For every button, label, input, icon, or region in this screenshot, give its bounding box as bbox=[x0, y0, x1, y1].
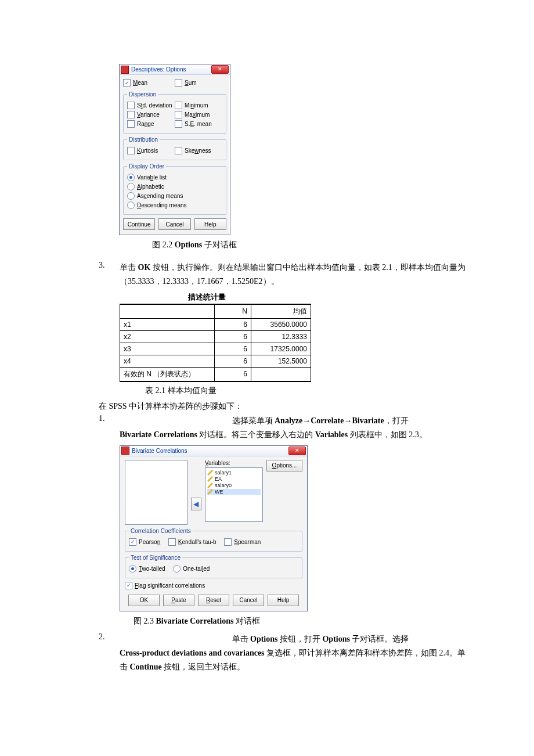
reset-button[interactable]: Reset bbox=[198, 595, 229, 606]
range-checkbox[interactable] bbox=[127, 120, 135, 128]
table-header-name bbox=[120, 304, 215, 319]
dispersion-group: Dispersion Std. deviation Variance Range… bbox=[123, 91, 226, 134]
table-row: x46152.5000 bbox=[120, 355, 311, 367]
paste-button[interactable]: Paste bbox=[163, 595, 194, 606]
kendall-checkbox[interactable] bbox=[168, 538, 176, 546]
ruler-icon bbox=[207, 489, 213, 495]
kendall-label: Kendall's tau-b bbox=[178, 539, 217, 545]
table-title: 描述统计量 bbox=[120, 292, 294, 303]
spearman-label: Spearman bbox=[234, 539, 261, 545]
min-label: Minimum bbox=[185, 102, 208, 109]
desc-radio[interactable] bbox=[127, 201, 135, 209]
figure-2-3-caption: 图 2.3 Bivariate Correlations 对话框 bbox=[134, 616, 467, 627]
one-tailed-radio[interactable] bbox=[173, 565, 181, 573]
list-item[interactable]: salary1 bbox=[207, 470, 261, 476]
table-row: 有效的 N （列表状态）6 bbox=[120, 367, 311, 381]
variance-checkbox[interactable] bbox=[127, 111, 135, 118]
move-left-button[interactable]: ◀ bbox=[191, 498, 201, 510]
two-tailed-label: Two-tailed bbox=[139, 566, 165, 572]
correlation-coefficients-group: Correlation Coefficients Pearson Kendall… bbox=[125, 528, 302, 552]
kurtosis-checkbox[interactable] bbox=[127, 147, 135, 154]
two-tailed-radio[interactable] bbox=[129, 565, 136, 573]
distribution-legend: Distribution bbox=[127, 136, 160, 143]
app-icon bbox=[121, 66, 129, 74]
alpha-label: Alphabetic bbox=[137, 183, 164, 190]
table-2-1-caption: 表 2.1 样本均值向量 bbox=[145, 386, 467, 396]
continue-button[interactable]: Continue bbox=[123, 218, 155, 230]
cancel-button[interactable]: Cancel bbox=[158, 218, 190, 230]
dialog2-titlebar: Bivariate Correlations ✕ bbox=[120, 446, 307, 456]
max-label: Maximum bbox=[185, 111, 210, 118]
sum-checkbox[interactable] bbox=[175, 79, 182, 87]
max-checkbox[interactable] bbox=[175, 111, 182, 118]
help-button[interactable]: Help bbox=[194, 218, 226, 230]
variables-label: Variables: bbox=[205, 460, 263, 466]
paragraph: 在 SPSS 中计算样本协差阵的步骤如下： bbox=[99, 399, 467, 413]
flag-checkbox[interactable] bbox=[125, 582, 132, 589]
list-item-label: WE bbox=[215, 489, 223, 495]
figure-2-2-caption: 图 2.2 Options 子对话框 bbox=[119, 240, 270, 250]
display-order-group: Display Order Variable list Alphabetic A… bbox=[123, 163, 226, 215]
varlist-radio[interactable] bbox=[127, 174, 135, 181]
close-icon[interactable]: ✕ bbox=[288, 447, 306, 455]
std-checkbox[interactable] bbox=[127, 102, 135, 109]
dispersion-legend: Dispersion bbox=[127, 91, 158, 98]
sum-label: Sum bbox=[185, 80, 197, 86]
pearson-checkbox[interactable] bbox=[129, 538, 136, 546]
ruler-icon bbox=[207, 483, 213, 488]
min-checkbox[interactable] bbox=[175, 102, 182, 109]
skewness-label: Skewness bbox=[185, 147, 211, 154]
table-header-n: N bbox=[215, 304, 251, 319]
range-label: Range bbox=[137, 121, 154, 127]
dialog-titlebar: Descriptives: Options ✕ bbox=[120, 64, 230, 75]
varlist-label: Variable list bbox=[137, 174, 167, 181]
list-item-label: EA bbox=[215, 476, 222, 482]
kurtosis-label: Kurtosis bbox=[137, 147, 158, 154]
asc-label: Ascending means bbox=[137, 193, 183, 199]
asc-radio[interactable] bbox=[127, 192, 135, 200]
step-b2: 2. 单击 Options 按钮，打开 Options 子对话框。选择 Cros… bbox=[99, 632, 467, 674]
spearman-checkbox[interactable] bbox=[224, 538, 232, 546]
ok-button[interactable]: OK bbox=[128, 595, 160, 606]
cc-legend: Correlation Coefficients bbox=[129, 528, 193, 534]
help-button[interactable]: Help bbox=[268, 595, 299, 606]
app-icon bbox=[121, 447, 129, 455]
variance-label: Variance bbox=[137, 111, 160, 118]
table-header-mean: 均值 bbox=[251, 304, 311, 319]
close-icon[interactable]: ✕ bbox=[211, 65, 229, 74]
table-row: x2612.3333 bbox=[120, 330, 311, 343]
one-tailed-label: One-tailed bbox=[183, 566, 210, 572]
pearson-label: Pearson bbox=[139, 539, 160, 545]
source-list[interactable] bbox=[125, 460, 187, 525]
options-button[interactable]: Options... bbox=[266, 460, 302, 471]
tos-legend: Test of Significance bbox=[129, 555, 182, 561]
display-legend: Display Order bbox=[127, 163, 166, 170]
test-of-significance-group: Test of Significance Two-tailed One-tail… bbox=[125, 555, 302, 578]
list-item-label: salary1 bbox=[215, 470, 232, 476]
mean-label: Mean bbox=[133, 80, 147, 86]
step-3: 3. 单击 OK 按钮，执行操作。则在结果输出窗口中给出样本均值向量，如表 2.… bbox=[99, 261, 467, 289]
table-row: x3617325.0000 bbox=[120, 343, 311, 355]
se-checkbox[interactable] bbox=[175, 120, 182, 128]
step-b1: 1. 选择菜单项 Analyze→Correlate→Bivariate，打开 … bbox=[99, 414, 467, 442]
descriptive-stats-table: N 均值 x1635650.0000x2612.3333x3617325.000… bbox=[120, 304, 311, 382]
alpha-radio[interactable] bbox=[127, 183, 135, 190]
std-label: Std. deviation bbox=[137, 102, 172, 109]
table-row: x1635650.0000 bbox=[120, 318, 311, 330]
ruler-icon bbox=[207, 476, 213, 482]
flag-label: Flag significant correlations bbox=[135, 582, 205, 589]
distribution-group: Distribution Kurtosis Skewness bbox=[123, 136, 226, 160]
variables-list[interactable]: salary1EAsalary0WE bbox=[205, 467, 263, 522]
dialog2-title: Bivariate Correlations bbox=[132, 448, 187, 454]
list-item[interactable]: WE bbox=[207, 489, 261, 495]
cancel-button[interactable]: Cancel bbox=[233, 595, 264, 606]
bivariate-correlations-dialog: Bivariate Correlations ✕ ◀ Variables: sa… bbox=[120, 445, 308, 611]
skewness-checkbox[interactable] bbox=[175, 147, 182, 154]
mean-checkbox[interactable] bbox=[123, 79, 131, 87]
list-item-label: salary0 bbox=[215, 483, 232, 488]
dialog-title: Descriptives: Options bbox=[131, 66, 186, 73]
descriptives-options-dialog: Descriptives: Options ✕ Mean Sum Dispers… bbox=[119, 64, 230, 235]
desc-label: Descending means bbox=[137, 202, 187, 208]
list-item[interactable]: EA bbox=[207, 476, 261, 482]
list-item[interactable]: salary0 bbox=[207, 483, 261, 488]
